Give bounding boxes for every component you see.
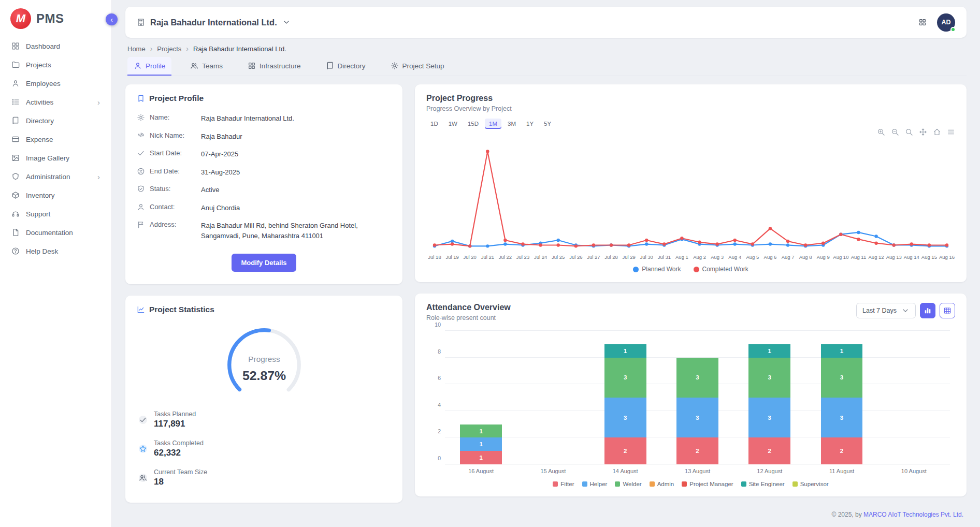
range-1w-button[interactable]: 1W [444, 119, 462, 129]
sidebar-item-expense[interactable]: Expense [5, 130, 106, 148]
range-1d-button[interactable]: 1D [426, 119, 442, 129]
legend-marker [792, 481, 798, 487]
bar-segment-helper[interactable]: 3 [676, 398, 718, 437]
bar-segment-welder[interactable]: 3 [676, 358, 718, 398]
bar-segment-site-engineer[interactable]: 1 [821, 344, 863, 358]
legend-item-helper[interactable]: Helper [582, 481, 608, 487]
sidebar: M PMS Dashboard Projects Employees Activ… [0, 0, 112, 527]
sidebar-item-administration[interactable]: Administration› [5, 168, 106, 185]
sidebar-item-activities[interactable]: Activities› [5, 93, 106, 111]
bar-column[interactable]: 2331 [733, 331, 805, 464]
sidebar-item-projects[interactable]: Projects [5, 56, 106, 74]
table-view-button[interactable] [940, 303, 955, 318]
sidebar-item-label: Documentation [26, 229, 73, 237]
sidebar-item-inventory[interactable]: Inventory [5, 186, 106, 204]
breadcrumb-home[interactable]: Home [127, 45, 146, 53]
pan-icon[interactable] [919, 128, 927, 136]
online-status-dot [950, 27, 956, 32]
bar-segment-site-engineer[interactable]: 1 [604, 344, 646, 358]
selection-zoom-icon[interactable] [905, 128, 913, 136]
company-selector[interactable]: Raja Bahadur International Ltd. [137, 18, 291, 27]
sidebar-item-employees[interactable]: Employees [5, 75, 106, 92]
bar-segment-fitter[interactable]: 2 [604, 437, 646, 464]
zoom-in-icon[interactable] [877, 128, 885, 136]
stat-tasks-completed: Tasks Completed 62,332 [137, 434, 391, 463]
question-icon [11, 247, 20, 255]
chevron-right-icon: › [97, 173, 100, 181]
sidebar-item-image-gallery[interactable]: Image Gallery [5, 149, 106, 167]
range-5y-button[interactable]: 5Y [540, 119, 555, 129]
field-name: Name:Raja Bahadur International Ltd. [137, 109, 391, 127]
tab-infrastructure[interactable]: Infrastructure [241, 57, 307, 76]
legend-item-admin[interactable]: Admin [650, 481, 674, 487]
bar-segment-welder[interactable]: 3 [604, 358, 646, 398]
days-filter-select[interactable]: Last 7 Days [856, 303, 916, 318]
bar-column[interactable]: 111 [445, 331, 517, 464]
tab-profile[interactable]: Profile [127, 57, 171, 76]
bar-segment-helper[interactable]: 3 [821, 398, 863, 437]
bar-segment-helper[interactable]: 3 [748, 398, 790, 437]
bar-chart-icon [924, 306, 932, 315]
bar-column[interactable] [878, 331, 950, 464]
range-1y-button[interactable]: 1Y [522, 119, 538, 129]
tab-teams[interactable]: Teams [184, 57, 229, 76]
bar-segment-helper[interactable]: 3 [604, 398, 646, 437]
sidebar-item-support[interactable]: Support [5, 205, 106, 223]
tab-project-setup[interactable]: Project Setup [384, 57, 451, 76]
legend-item-fitter[interactable]: Fitter [553, 481, 574, 487]
sidebar-collapse-button[interactable]: ‹ [106, 13, 118, 25]
bar-segment-site-engineer[interactable]: 1 [748, 344, 790, 358]
chart-menu-icon[interactable] [947, 128, 955, 136]
stat-tasks-planned: Tasks Planned 117,891 [137, 405, 391, 434]
main-content: Raja Bahadur International Ltd. AD Home … [112, 0, 980, 527]
svg-text:Jul 21: Jul 21 [481, 254, 494, 260]
bar-segment-welder[interactable]: 3 [821, 358, 863, 398]
range-1m-button[interactable]: 1M [485, 119, 501, 129]
range-3m-button[interactable]: 3M [503, 119, 520, 129]
bar-segment-fitter[interactable]: 2 [676, 437, 718, 464]
bar-column[interactable] [517, 331, 589, 464]
range-15d-button[interactable]: 15D [464, 119, 483, 129]
bar-view-button[interactable] [920, 303, 935, 318]
right-column: Project Progress Progress Overview by Pr… [415, 84, 967, 523]
legend-item-project-manager[interactable]: Project Manager [682, 481, 733, 487]
bar-column[interactable]: 2331 [589, 331, 661, 464]
fingerprint-icon [137, 131, 145, 140]
svg-text:Jul 29: Jul 29 [622, 254, 635, 260]
sidebar-item-dashboard[interactable]: Dashboard [5, 37, 106, 55]
bar-column[interactable]: 2331 [805, 331, 877, 464]
bar-column[interactable]: 233 [661, 331, 733, 464]
sidebar-item-directory[interactable]: Directory [5, 112, 106, 129]
attendance-bar-chart[interactable]: 0246810111233123323312331 [445, 331, 950, 464]
sidebar-item-help-desk[interactable]: Help Desk [5, 242, 106, 260]
book-icon [326, 62, 334, 70]
legend-item-planned-work[interactable]: Planned Work [633, 266, 681, 273]
tab-directory[interactable]: Directory [320, 57, 372, 76]
legend-item-supervisor[interactable]: Supervisor [792, 481, 829, 487]
bar-segment-fitter[interactable]: 2 [748, 437, 790, 464]
bar-segment-helper[interactable]: 1 [460, 437, 502, 451]
sidebar-item-label: Directory [26, 117, 54, 125]
legend-item-completed-work[interactable]: Completed Work [694, 266, 748, 273]
user-avatar[interactable]: AD [937, 13, 955, 32]
breadcrumb-projects[interactable]: Projects [157, 45, 181, 53]
modify-details-button[interactable]: Modify Details [232, 254, 296, 272]
card-title-row: Project Profile [137, 94, 391, 103]
legend-item-welder[interactable]: Welder [615, 481, 641, 487]
x-axis-label: 13 August [661, 468, 733, 474]
bar-segment-welder[interactable]: 1 [460, 424, 502, 438]
people-icon [139, 474, 147, 482]
project-progress-line-chart[interactable]: Jul 18Jul 19Jul 20Jul 21Jul 22Jul 23Jul … [426, 139, 955, 264]
app-logo[interactable]: M PMS [0, 0, 111, 35]
legend-item-site-engineer[interactable]: Site Engineer [741, 481, 785, 487]
bar-segment-fitter[interactable]: 1 [460, 451, 502, 464]
tab-bar: Profile Teams Infrastructure Directory P… [125, 56, 967, 76]
reset-zoom-icon[interactable] [933, 128, 941, 136]
svg-text:Jul 25: Jul 25 [552, 254, 565, 260]
apps-grid-button[interactable] [918, 18, 927, 26]
bar-segment-welder[interactable]: 3 [748, 358, 790, 398]
zoom-out-icon[interactable] [891, 128, 899, 136]
bar-segment-fitter[interactable]: 2 [821, 437, 863, 464]
sidebar-item-documentation[interactable]: Documentation [5, 224, 106, 241]
company-link[interactable]: MARCO AIoT Technologies Pvt. Ltd. [863, 511, 963, 518]
